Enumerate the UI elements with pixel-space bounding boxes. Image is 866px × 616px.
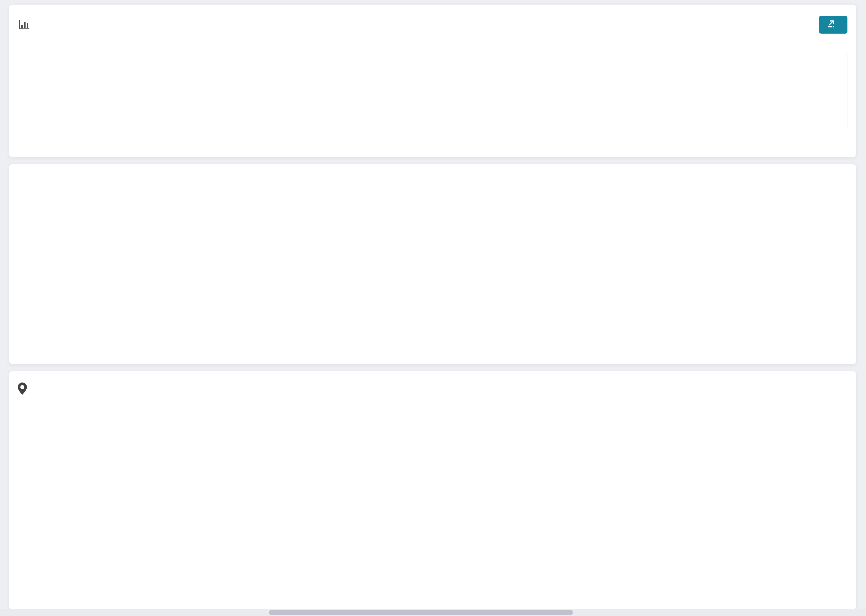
stats-summary-row — [18, 53, 847, 129]
rates-panel — [9, 164, 856, 364]
horizontal-scrollbar[interactable] — [0, 609, 866, 616]
geo-content — [9, 405, 856, 606]
geo-header — [9, 371, 856, 405]
geo-table — [445, 408, 844, 431]
map-pin-icon — [18, 382, 27, 395]
bar-chart-icon — [18, 19, 30, 31]
scrollbar-thumb[interactable] — [269, 610, 573, 615]
export-icon — [827, 19, 836, 30]
campaign-geo-opens-panel — [9, 371, 856, 610]
geo-table-header — [445, 408, 844, 431]
export-basic-stats-button[interactable] — [819, 16, 847, 34]
geo-opens-pie-chart — [49, 416, 227, 594]
header-divider — [18, 44, 847, 44]
tracking-stats-header — [9, 5, 856, 44]
tracking-stats-title — [18, 19, 36, 31]
geo-title-wrap — [18, 382, 33, 395]
tracking-stats-panel — [9, 4, 856, 157]
rates-wrap — [9, 164, 856, 212]
